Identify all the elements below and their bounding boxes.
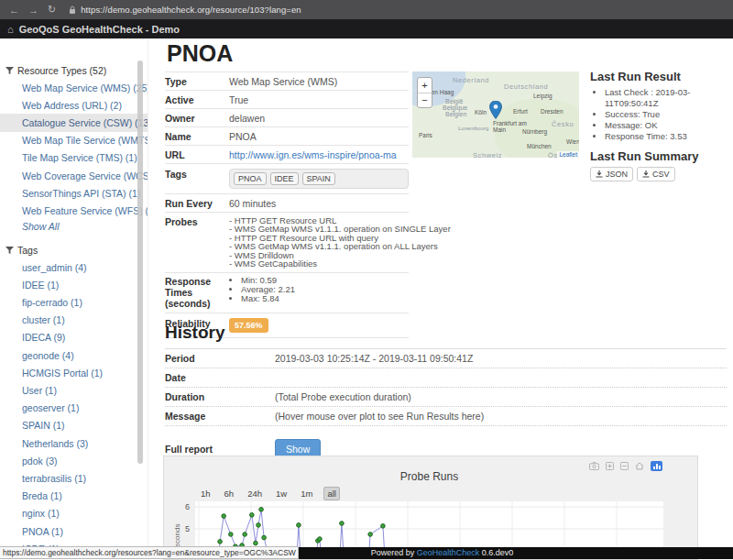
table-row: Type Web Map Service (WMS)	[165, 71, 409, 90]
sidebar-tag[interactable]: fip-cerrado (1)	[0, 293, 148, 311]
resource-details-table: Type Web Map Service (WMS) Active True O…	[165, 71, 409, 338]
table-row: Period 2019-03-03 10:25:14Z - 2019-03-11…	[165, 348, 727, 368]
filter-icon	[5, 67, 14, 75]
powered-by-text: Powered by	[371, 548, 415, 557]
home-icon[interactable]	[635, 462, 644, 470]
sidebar-tag[interactable]: nginx (1)	[0, 505, 148, 522]
sidebar-item-sta[interactable]: SensorThings API (STA) (1)	[0, 184, 148, 202]
sidebar-item-csw[interactable]: Catalogue Service (CSW) (13)	[0, 114, 148, 131]
sidebar-item-tms[interactable]: Tile Map Service (TMS) (1)	[0, 149, 148, 167]
range-1h[interactable]: 1h	[198, 488, 213, 500]
sidebar-tag[interactable]: geoserver (1)	[0, 400, 148, 417]
sidebar-tag[interactable]: HCMGIS Portal (1)	[0, 364, 148, 381]
resource-types-header: Resource Types (52)	[0, 62, 148, 79]
resource-types-label: Resource Types (52)	[17, 65, 106, 76]
zoom-out-button[interactable]: −	[418, 93, 432, 108]
row-value: Web Map Service (WMS)	[229, 76, 409, 87]
response-time-max: Max: 5.84	[241, 294, 409, 303]
range-1m[interactable]: 1m	[298, 488, 315, 500]
row-label: Date	[165, 372, 275, 383]
row-value: PNOA	[229, 131, 409, 142]
sidebar-tag[interactable]: IDEE (1)	[0, 276, 148, 293]
sidebar-show-all[interactable]: Show All	[0, 220, 148, 236]
table-row: Message (Hover mouse over plot to see Ru…	[165, 406, 727, 425]
sidebar-item-wfs[interactable]: Web Feature Service (WFS) (4)	[0, 202, 148, 219]
sidebar-tag[interactable]: geonode (4)	[0, 346, 148, 364]
row-label: Tags	[165, 169, 229, 189]
camera-icon[interactable]	[589, 462, 599, 470]
range-selector: 1h 6h 24h 1w 1m all	[198, 487, 340, 500]
resource-url-link[interactable]: http://www.ign.es/wms-inspire/pnoa-ma	[229, 149, 397, 160]
forward-icon[interactable]: →	[28, 5, 38, 16]
status-url-tooltip: https://demo.geohealthcheck.org/resource…	[0, 546, 299, 559]
sidebar-item-wms[interactable]: Web Map Service (WMS) (25)	[0, 79, 148, 96]
chart-title: Probe Runs	[195, 470, 663, 483]
table-row: Tags PNOA IDEE SPAIN	[165, 163, 409, 193]
download-icon	[642, 170, 650, 178]
row-value: True	[229, 94, 409, 105]
sidebar-item-url[interactable]: Web Address (URL) (2)	[0, 96, 148, 114]
geohealthcheck-link[interactable]: GeoHealthCheck	[417, 548, 480, 557]
sidebar-tag[interactable]: PNOA (1)	[0, 522, 148, 540]
page-title: PNOA	[167, 40, 233, 67]
map-label: Köln	[475, 109, 487, 115]
table-row: URL http://www.ign.es/wms-inspire/pnoa-m…	[165, 145, 409, 163]
range-all[interactable]: all	[323, 487, 340, 500]
map-label: München	[527, 143, 552, 149]
row-value: delawen	[229, 113, 409, 124]
leaflet-attribution[interactable]: Leaflet	[557, 151, 579, 158]
sidebar-tag[interactable]: User (1)	[0, 381, 148, 399]
row-label: Type	[165, 76, 229, 87]
history-heading: History	[165, 323, 727, 343]
back-icon[interactable]: ←	[9, 5, 19, 16]
zoom-in-icon[interactable]	[606, 462, 614, 470]
last-success: Success: True	[605, 109, 729, 120]
row-value: (Hover mouse over plot to see Run Result…	[275, 411, 484, 422]
row-label: Run Every	[165, 198, 229, 209]
sidebar-tag[interactable]: user_admin (4)	[0, 258, 148, 276]
map-label: Paris	[419, 132, 432, 138]
range-24h[interactable]: 24h	[245, 488, 265, 500]
map-label: Nederland	[453, 76, 489, 84]
download-icon	[596, 170, 603, 178]
map-label: Erfurt	[513, 108, 528, 115]
sidebar-tag[interactable]: terrabrasilis (1)	[0, 469, 148, 487]
map-marker-icon[interactable]	[489, 101, 502, 123]
url-field[interactable]: https://demo.geohealthcheck.org/resource…	[81, 5, 301, 15]
table-row: Active True	[165, 90, 409, 108]
table-row: Duration (Total Probe execution duration…	[165, 387, 727, 406]
zoom-out-icon[interactable]	[620, 462, 629, 470]
sidebar-tag[interactable]: cluster (1)	[0, 312, 148, 329]
sidebar-tag[interactable]: IDECA (9)	[0, 329, 148, 346]
table-row: Response Times (seconds) Min: 0.59 Avera…	[165, 272, 409, 313]
map-label: Leipzig	[533, 93, 552, 99]
sidebar-tag[interactable]: Breda (1)	[0, 488, 148, 505]
navbar-brand[interactable]: GeoQoS GeoHealthCheck - Demo	[19, 24, 180, 35]
tag-badge: SPAIN	[302, 172, 335, 185]
table-row: Date	[165, 368, 727, 387]
zoom-in-button[interactable]: +	[418, 78, 432, 93]
download-csv-button[interactable]: CSV	[637, 167, 675, 181]
map-label: Česko	[552, 120, 574, 128]
leaflet-map[interactable]: Nederland Den Haag Deutschland Leipzig B…	[412, 71, 579, 158]
sidebar-item-wcs[interactable]: Web Coverage Service (WCS) (2)	[0, 167, 148, 184]
row-value: 60 minutes	[229, 198, 409, 209]
sidebar-tag[interactable]: pdok (3)	[0, 452, 148, 469]
sidebar-scrollbar[interactable]	[137, 60, 143, 464]
sidebar-tag[interactable]: Netherlands (3)	[0, 434, 148, 452]
row-label: Period	[165, 353, 275, 364]
map-label: Dresden	[541, 108, 563, 115]
history-section: History Period 2019-03-03 10:25:14Z - 20…	[165, 323, 727, 459]
range-6h[interactable]: 6h	[222, 488, 237, 500]
sidebar-item-wmts[interactable]: Web Map Tile Service (WMTS) (4)	[0, 132, 148, 149]
range-1w[interactable]: 1w	[273, 488, 290, 500]
reload-icon[interactable]: ↻	[48, 4, 56, 16]
sidebar-tag[interactable]: SPAIN (1)	[0, 417, 148, 434]
lock-icon	[69, 5, 76, 15]
row-label: Name	[165, 131, 229, 142]
download-json-button[interactable]: JSON	[590, 167, 633, 181]
home-icon[interactable]: ⌂	[7, 24, 14, 35]
map-label: Schweiz	[473, 151, 502, 158]
sidebar: Resource Types (52) Web Map Service (WMS…	[0, 38, 148, 560]
map-label: Belgique	[443, 104, 467, 111]
